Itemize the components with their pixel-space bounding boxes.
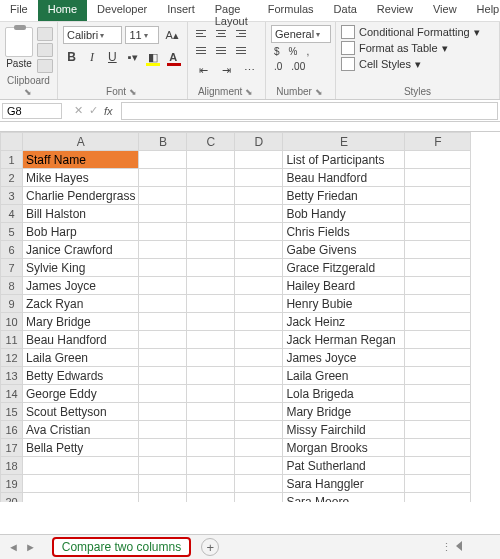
cell[interactable] (405, 439, 471, 457)
cell[interactable]: Zack Ryan (23, 295, 139, 313)
increase-indent-icon[interactable]: ⇥ (216, 60, 236, 80)
cell[interactable] (235, 169, 283, 187)
cell[interactable] (23, 457, 139, 475)
cell[interactable]: George Eddy (23, 385, 139, 403)
cell[interactable] (235, 493, 283, 503)
cell[interactable] (139, 457, 187, 475)
dialog-launcher-icon[interactable]: ⬊ (24, 87, 34, 97)
cell[interactable]: Mary Bridge (283, 403, 405, 421)
row-header[interactable]: 5 (1, 223, 23, 241)
cell[interactable] (235, 241, 283, 259)
row-header[interactable]: 16 (1, 421, 23, 439)
cell[interactable] (235, 295, 283, 313)
cell[interactable]: Staff Name (23, 151, 139, 169)
row-header[interactable]: 11 (1, 331, 23, 349)
cell[interactable] (187, 241, 235, 259)
cell[interactable] (235, 367, 283, 385)
cell[interactable] (187, 349, 235, 367)
cell[interactable] (187, 493, 235, 503)
cell[interactable] (405, 169, 471, 187)
cell[interactable] (139, 367, 187, 385)
cell[interactable]: Bill Halston (23, 205, 139, 223)
column-header-C[interactable]: C (187, 133, 235, 151)
cell[interactable]: Mike Hayes (23, 169, 139, 187)
cell[interactable]: Sara Hanggler (283, 475, 405, 493)
cell[interactable] (187, 475, 235, 493)
column-header-F[interactable]: F (405, 133, 471, 151)
format-painter-icon[interactable] (37, 59, 53, 73)
cell[interactable] (139, 277, 187, 295)
cell[interactable] (235, 205, 283, 223)
cell[interactable] (139, 295, 187, 313)
cell[interactable] (187, 223, 235, 241)
menu-tab-home[interactable]: Home (38, 0, 87, 21)
bold-button[interactable]: B (63, 47, 80, 67)
decrease-indent-icon[interactable]: ⇤ (193, 60, 213, 80)
row-header[interactable]: 17 (1, 439, 23, 457)
cell[interactable]: Beau Handford (23, 331, 139, 349)
cell[interactable]: Hailey Beard (283, 277, 405, 295)
cell[interactable] (405, 367, 471, 385)
alignment-grid[interactable] (193, 25, 260, 58)
cell[interactable] (187, 169, 235, 187)
cell[interactable]: Laila Green (283, 367, 405, 385)
cell[interactable] (405, 151, 471, 169)
cell-styles-button[interactable]: Cell Styles ▾ (341, 57, 494, 71)
cell[interactable]: Betty Friedan (283, 187, 405, 205)
cell[interactable] (405, 493, 471, 503)
cell[interactable] (235, 385, 283, 403)
font-family-combo[interactable]: Calibri▾ (63, 26, 122, 44)
cell[interactable] (235, 277, 283, 295)
cell[interactable]: Betty Edwards (23, 367, 139, 385)
cell[interactable] (235, 457, 283, 475)
cell[interactable] (405, 475, 471, 493)
menu-tab-page-layout[interactable]: Page Layout (205, 0, 258, 21)
cell[interactable]: Ava Cristian (23, 421, 139, 439)
cell[interactable] (139, 349, 187, 367)
cell[interactable] (235, 475, 283, 493)
cell[interactable]: List of Participants (283, 151, 405, 169)
column-header-A[interactable]: A (23, 133, 139, 151)
cell[interactable]: James Joyce (283, 349, 405, 367)
cell[interactable] (187, 403, 235, 421)
cell[interactable]: Mary Bridge (23, 313, 139, 331)
cell[interactable] (187, 277, 235, 295)
percent-button[interactable]: % (286, 45, 301, 58)
cell[interactable]: Morgan Brooks (283, 439, 405, 457)
cell[interactable]: Jack Heinz (283, 313, 405, 331)
cell[interactable] (187, 439, 235, 457)
cell[interactable] (405, 259, 471, 277)
cell[interactable] (235, 313, 283, 331)
row-header[interactable]: 1 (1, 151, 23, 169)
cell[interactable]: Missy Fairchild (283, 421, 405, 439)
cell[interactable] (23, 493, 139, 503)
row-header[interactable]: 15 (1, 403, 23, 421)
sheet-tab-active[interactable]: Compare two columns (52, 537, 191, 557)
decrease-decimal-button[interactable]: .00 (288, 60, 308, 73)
cell[interactable] (187, 151, 235, 169)
underline-button[interactable]: U (104, 47, 121, 67)
row-header[interactable]: 13 (1, 367, 23, 385)
cell[interactable] (235, 151, 283, 169)
row-header[interactable]: 6 (1, 241, 23, 259)
enter-icon[interactable]: ✓ (89, 104, 98, 117)
format-as-table-button[interactable]: Format as Table ▾ (341, 41, 494, 55)
column-header-B[interactable]: B (139, 133, 187, 151)
cell[interactable] (139, 169, 187, 187)
border-button[interactable]: ▪▾ (124, 47, 141, 67)
wrap-merge-icon[interactable]: ⋯ (239, 60, 259, 80)
cell[interactable] (187, 313, 235, 331)
cell[interactable] (23, 475, 139, 493)
conditional-formatting-button[interactable]: Conditional Formatting ▾ (341, 25, 494, 39)
add-sheet-button[interactable]: + (201, 538, 219, 556)
cell[interactable] (405, 241, 471, 259)
cell[interactable] (187, 385, 235, 403)
row-header[interactable]: 2 (1, 169, 23, 187)
column-header-D[interactable]: D (235, 133, 283, 151)
row-header[interactable]: 4 (1, 205, 23, 223)
cell[interactable] (405, 277, 471, 295)
hscroll-left-icon[interactable] (456, 541, 462, 551)
row-header[interactable]: 19 (1, 475, 23, 493)
cell[interactable] (235, 439, 283, 457)
cell[interactable] (235, 331, 283, 349)
